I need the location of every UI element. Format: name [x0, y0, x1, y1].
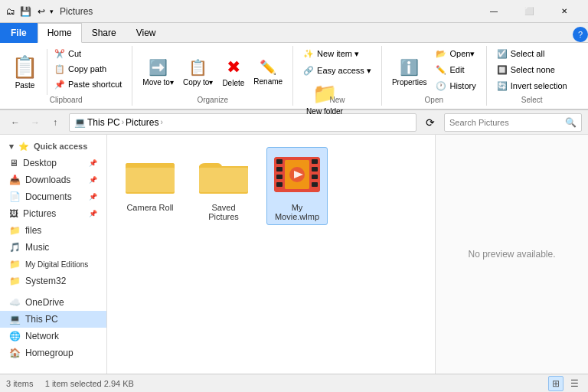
tab-share[interactable]: Share: [82, 22, 126, 42]
new-group-content: ✨ New item ▾ 🔗 Easy access ▾ 📁 New folde…: [299, 46, 375, 130]
network-icon: 🌐: [9, 331, 21, 341]
organize-label: Organize: [132, 96, 292, 104]
rename-button[interactable]: ✏️ Rename: [250, 46, 286, 98]
window-controls: — ⬜ ✕: [476, 0, 582, 23]
sidebar-item-pictures[interactable]: 🖼 Pictures 📌: [0, 205, 106, 222]
search-input[interactable]: [449, 118, 562, 127]
svg-rect-11: [312, 159, 318, 164]
files-panel: Camera Roll Saved Pictures: [107, 135, 435, 374]
status-right: ⊞ ☰: [548, 376, 582, 391]
sidebar: ▾ ⭐ Quick access 🖥 Desktop 📌 📥 Downloads…: [0, 135, 107, 374]
copy-to-button[interactable]: 📋 Copy to▾: [179, 46, 217, 98]
select-all-button[interactable]: ☑️ Select all: [493, 46, 571, 61]
tab-home[interactable]: Home: [38, 23, 82, 43]
cut-button[interactable]: ✂️ Cut: [51, 46, 126, 61]
pin-icon-4: 📌: [89, 210, 97, 217]
sidebar-item-system32[interactable]: 📁 System32: [0, 273, 106, 289]
tab-file[interactable]: File: [0, 23, 38, 43]
file-item-my-movie[interactable]: My Movie.wlmp: [266, 147, 328, 225]
open-icon: 📂: [436, 49, 446, 59]
svg-rect-13: [312, 175, 318, 179]
move-to-button[interactable]: ➡️ Move to▾: [139, 46, 178, 98]
title-dropdown-icon[interactable]: ▾: [50, 8, 54, 15]
preview-panel: No preview available.: [435, 135, 588, 374]
easy-access-button[interactable]: 🔗 Easy access ▾: [299, 63, 375, 78]
title-undo-icon[interactable]: ↩: [36, 5, 47, 18]
paste-label: Paste: [15, 81, 35, 90]
sidebar-quick-access-header[interactable]: ▾ ⭐ Quick access: [0, 138, 106, 155]
sidebar-item-desktop[interactable]: 🖥 Desktop 📌: [0, 155, 106, 172]
help-button[interactable]: ?: [573, 27, 588, 42]
delete-button[interactable]: ✖ Delete: [218, 46, 248, 98]
close-button[interactable]: ✕: [547, 0, 582, 23]
folder-svg: [126, 155, 175, 195]
tab-view[interactable]: View: [126, 22, 166, 42]
paste-button[interactable]: 📋 Paste: [6, 46, 44, 98]
svg-rect-9: [276, 175, 283, 179]
ribbon-tabs: File Home Share View ?: [0, 23, 588, 43]
sidebar-digital-label: My Digital Editions: [25, 260, 88, 269]
properties-icon: ℹ️: [400, 58, 419, 77]
status-bar: 3 items 1 item selected 2.94 KB ⊞ ☰: [0, 374, 588, 392]
select-all-icon: ☑️: [497, 49, 508, 59]
large-icons-view-button[interactable]: ⊞: [548, 376, 564, 391]
copy-path-button[interactable]: 📋 Copy path: [51, 61, 126, 77]
sidebar-item-onedrive[interactable]: ☁️ OneDrive: [0, 294, 106, 311]
minimize-button[interactable]: —: [476, 0, 511, 23]
file-item-saved-pictures[interactable]: Saved Pictures: [193, 147, 254, 225]
sidebar-item-music[interactable]: 🎵 Music: [0, 239, 106, 256]
new-item-button[interactable]: ✨ New item ▾: [299, 46, 363, 61]
breadcrumb-sep-2: ›: [160, 118, 162, 126]
edit-icon: ✏️: [436, 65, 446, 75]
svg-rect-7: [276, 159, 283, 164]
quick-access-icon: 🗂: [6, 6, 15, 17]
sidebar-music-label: Music: [25, 242, 49, 253]
easy-access-icon: 🔗: [303, 66, 314, 76]
ribbon: 📋 Paste ✂️ Cut 📋 Copy path 📌 Paste short…: [0, 43, 588, 110]
maximize-button[interactable]: ⬜: [511, 0, 547, 23]
sidebar-downloads-label: Downloads: [25, 175, 70, 185]
homegroup-icon: 🏠: [9, 348, 21, 358]
svg-rect-8: [276, 167, 283, 172]
sidebar-item-documents[interactable]: 📄 Documents 📌: [0, 188, 106, 205]
invert-selection-button[interactable]: 🔄 Invert selection: [493, 78, 571, 93]
sidebar-quick-access-label: Quick access: [34, 142, 87, 151]
select-none-button[interactable]: 🔲 Select none: [493, 62, 571, 77]
sidebar-item-digital[interactable]: 📁 My Digital Editions: [0, 256, 106, 273]
open-button[interactable]: 📂 Open▾: [432, 46, 479, 61]
sidebar-item-downloads[interactable]: 📥 Downloads 📌: [0, 172, 106, 188]
saved-pictures-icon: [199, 151, 248, 200]
sidebar-item-files[interactable]: 📁 files: [0, 222, 106, 239]
file-item-camera-roll[interactable]: Camera Roll: [119, 147, 181, 225]
details-view-button[interactable]: ☰: [567, 376, 582, 391]
sidebar-files-label: files: [25, 225, 41, 236]
clipboard-group-content: 📋 Paste ✂️ Cut 📋 Copy path 📌 Paste short…: [6, 46, 126, 122]
title-save-icon[interactable]: 💾: [18, 5, 33, 18]
sidebar-item-network[interactable]: 🌐 Network: [0, 328, 106, 345]
paste-shortcut-button[interactable]: 📌 Paste shortcut: [51, 77, 126, 92]
history-button[interactable]: 🕐 History: [432, 78, 479, 93]
onedrive-icon: ☁️: [9, 297, 21, 308]
svg-rect-4: [199, 168, 248, 192]
files-icon: 📁: [9, 225, 21, 236]
sidebar-item-homegroup[interactable]: 🏠 Homegroup: [0, 345, 106, 361]
new-item-icon: ✨: [303, 49, 314, 59]
pin-icon: 📌: [89, 159, 97, 167]
clipboard-label: Clipboard: [0, 96, 132, 104]
digital-icon: 📁: [9, 259, 21, 270]
pictures-icon: 🖼: [9, 208, 18, 219]
preview-text: No preview available.: [468, 249, 555, 260]
edit-button[interactable]: ✏️ Edit: [432, 62, 479, 77]
svg-rect-10: [276, 182, 283, 187]
select-label: Select: [487, 96, 577, 104]
sidebar-quick-access-icon: ⭐: [18, 142, 29, 152]
item-count: 3 items: [6, 379, 33, 388]
properties-button[interactable]: ℹ️ Properties: [388, 46, 431, 98]
svg-rect-14: [312, 182, 318, 187]
clipboard-group: 📋 Paste ✂️ Cut 📋 Copy path 📌 Paste short…: [0, 46, 132, 106]
breadcrumb-pictures[interactable]: Pictures: [126, 117, 158, 128]
status-info: 3 items 1 item selected 2.94 KB: [6, 379, 134, 388]
music-icon: 🎵: [9, 242, 21, 253]
sidebar-documents-label: Documents: [25, 191, 72, 202]
sidebar-item-this-pc[interactable]: 💻 This PC: [0, 311, 106, 328]
